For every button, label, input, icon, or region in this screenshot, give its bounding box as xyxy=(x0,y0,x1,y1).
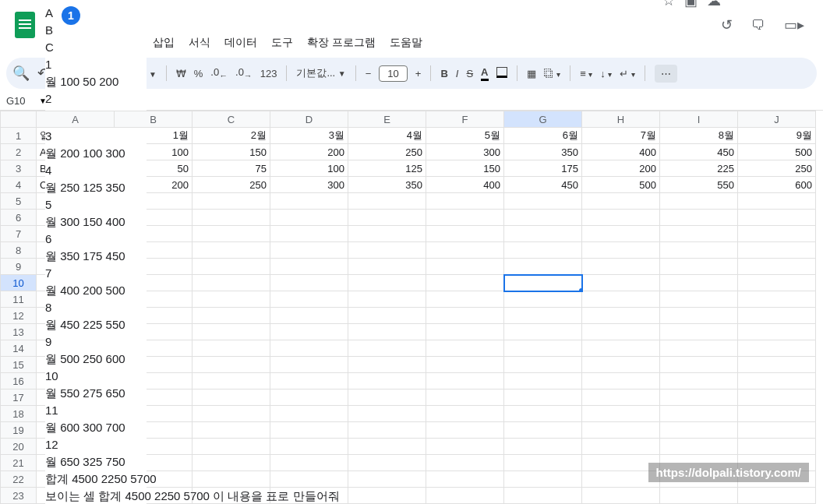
cell-E15[interactable] xyxy=(348,357,426,373)
cell-F14[interactable] xyxy=(426,340,504,357)
fill-color-button[interactable] xyxy=(496,67,507,80)
cell-C5[interactable] xyxy=(193,193,270,210)
cell-D11[interactable] xyxy=(270,291,348,308)
col-header-D[interactable]: D xyxy=(270,111,348,128)
cell-C14[interactable] xyxy=(193,340,270,357)
cell-G10[interactable] xyxy=(504,275,582,291)
cell-D17[interactable] xyxy=(270,389,348,406)
cell-I18[interactable] xyxy=(660,406,738,422)
cell-D9[interactable] xyxy=(270,259,348,275)
cell-C17[interactable] xyxy=(193,389,270,406)
font-increase-button[interactable]: + xyxy=(415,68,422,79)
col-header-B[interactable]: B xyxy=(115,111,193,128)
cell-D10[interactable] xyxy=(270,275,348,291)
cell-I12[interactable] xyxy=(660,308,738,324)
cell-E18[interactable] xyxy=(348,406,426,422)
wrap-button[interactable]: ↵ ▾ xyxy=(620,68,635,79)
cell-G4[interactable]: 450 xyxy=(504,177,582,193)
cell-C16[interactable] xyxy=(193,373,270,389)
cell-D3[interactable]: 100 xyxy=(270,160,348,177)
row-header-8[interactable]: 8 xyxy=(1,242,37,259)
cell-F13[interactable] xyxy=(426,324,504,340)
menu-서식[interactable]: 서식 xyxy=(189,36,210,50)
menu-삽입[interactable]: 삽입 xyxy=(153,36,175,50)
cell-B17[interactable] xyxy=(115,389,193,406)
cell-C10[interactable] xyxy=(193,275,270,291)
comments-icon[interactable]: 🗨 xyxy=(751,17,765,33)
cell-C1[interactable]: 2월 xyxy=(193,128,270,144)
cell-J17[interactable] xyxy=(738,389,816,406)
cell-J3[interactable]: 250 xyxy=(738,160,816,177)
cell-F2[interactable]: 300 xyxy=(426,144,504,160)
cell-E9[interactable] xyxy=(348,259,426,275)
col-header-F[interactable]: F xyxy=(426,111,504,128)
cell-B19[interactable] xyxy=(115,422,193,439)
menu-수정[interactable]: 수정 xyxy=(81,36,103,50)
increase-decimal-button[interactable]: .0→ xyxy=(235,66,253,80)
cell-E14[interactable] xyxy=(348,340,426,357)
cell-A16[interactable] xyxy=(37,373,115,389)
cell-H16[interactable] xyxy=(582,373,660,389)
cell-F18[interactable] xyxy=(426,406,504,422)
text-color-button[interactable]: A xyxy=(481,66,488,81)
cell-F21[interactable] xyxy=(426,455,504,471)
zoom-select[interactable]: 100% ▼ xyxy=(120,68,157,79)
row-header-14[interactable]: 14 xyxy=(1,340,37,357)
cell-J14[interactable] xyxy=(738,340,816,357)
cell-H15[interactable] xyxy=(582,357,660,373)
cell-J10[interactable] xyxy=(738,275,816,291)
valign-button[interactable]: ↓ ▾ xyxy=(600,68,612,79)
cell-B4[interactable]: 200 xyxy=(115,177,193,193)
cell-B1[interactable]: 1월 xyxy=(115,128,193,144)
cell-G8[interactable] xyxy=(504,242,582,259)
cell-D1[interactable]: 3월 xyxy=(270,128,348,144)
cell-E13[interactable] xyxy=(348,324,426,340)
cell-I11[interactable] xyxy=(660,291,738,308)
cell-D20[interactable] xyxy=(270,439,348,455)
cell-C13[interactable] xyxy=(193,324,270,340)
row-header-15[interactable]: 15 xyxy=(1,357,37,373)
cell-B21[interactable] xyxy=(115,455,193,471)
row-header-23[interactable]: 23 xyxy=(1,488,37,504)
cell-B22[interactable] xyxy=(115,471,193,488)
cell-D6[interactable] xyxy=(270,210,348,226)
cell-G17[interactable] xyxy=(504,389,582,406)
cell-F15[interactable] xyxy=(426,357,504,373)
cell-E12[interactable] xyxy=(348,308,426,324)
cell-I8[interactable] xyxy=(660,242,738,259)
row-header-19[interactable]: 19 xyxy=(1,422,37,439)
col-header-C[interactable]: C xyxy=(193,111,270,128)
col-header-I[interactable]: I xyxy=(660,111,738,128)
cell-H20[interactable] xyxy=(582,439,660,455)
cell-F3[interactable]: 150 xyxy=(426,160,504,177)
row-header-7[interactable]: 7 xyxy=(1,226,37,242)
cell-A23[interactable] xyxy=(37,488,115,504)
cell-H19[interactable] xyxy=(582,422,660,439)
cell-J5[interactable] xyxy=(738,193,816,210)
history-icon[interactable]: ↺ xyxy=(721,16,733,33)
row-header-16[interactable]: 16 xyxy=(1,373,37,389)
row-header-21[interactable]: 21 xyxy=(1,455,37,471)
cell-C19[interactable] xyxy=(193,422,270,439)
cell-B18[interactable] xyxy=(115,406,193,422)
cell-E6[interactable] xyxy=(348,210,426,226)
cell-J19[interactable] xyxy=(738,422,816,439)
cell-G19[interactable] xyxy=(504,422,582,439)
cell-I19[interactable] xyxy=(660,422,738,439)
cell-F19[interactable] xyxy=(426,422,504,439)
cell-A2[interactable]: A xyxy=(37,144,115,160)
cell-D15[interactable] xyxy=(270,357,348,373)
cell-D8[interactable] xyxy=(270,242,348,259)
col-header-E[interactable]: E xyxy=(348,111,426,128)
cell-J12[interactable] xyxy=(738,308,816,324)
search-icon[interactable]: 🔍 xyxy=(12,65,30,82)
cell-B9[interactable] xyxy=(115,259,193,275)
cell-F10[interactable] xyxy=(426,275,504,291)
decrease-decimal-button[interactable]: .0← xyxy=(210,66,228,80)
cell-C7[interactable] xyxy=(193,226,270,242)
cell-G9[interactable] xyxy=(504,259,582,275)
cell-J6[interactable] xyxy=(738,210,816,226)
borders-button[interactable]: ▦ xyxy=(527,68,536,79)
row-header-3[interactable]: 3 xyxy=(1,160,37,177)
cell-H5[interactable] xyxy=(582,193,660,210)
